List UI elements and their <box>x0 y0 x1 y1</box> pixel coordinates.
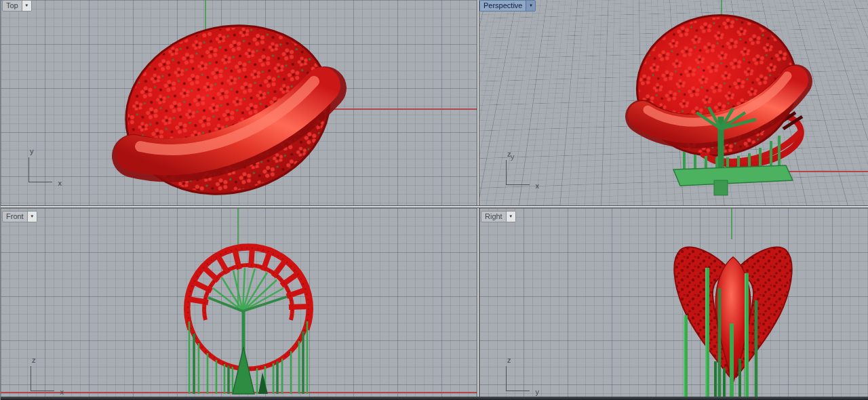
viewport-top[interactable]: y x Top ▼ <box>1 0 477 205</box>
top-view-canvas[interactable] <box>1 0 477 205</box>
viewport-menu-dropdown-icon[interactable]: ▼ <box>506 212 515 222</box>
viewport-menu-dropdown-icon[interactable]: ▼ <box>22 1 31 11</box>
viewport-title-right[interactable]: Right ▼ <box>481 211 516 222</box>
axis-label-vertical-2: y <box>511 153 515 161</box>
viewport-title-label[interactable]: Right <box>481 212 506 222</box>
viewport-right[interactable]: z y Right ▼ <box>479 208 868 400</box>
perspective-view-canvas[interactable] <box>479 0 868 205</box>
viewport-title-perspective[interactable]: Perspective ▼ <box>479 0 536 12</box>
viewport-menu-dropdown-icon[interactable]: ▼ <box>27 212 37 222</box>
axis-label-vertical: z <box>507 356 511 364</box>
viewport-title-top[interactable]: Top ▼ <box>2 0 32 12</box>
front-view-canvas[interactable] <box>1 208 477 400</box>
axis-gizmo: z y x <box>506 160 530 185</box>
axis-label-horizontal: x <box>58 179 62 187</box>
viewport-front[interactable]: z x Front ▼ <box>1 208 477 400</box>
axis-label-vertical: z <box>32 356 36 364</box>
viewport-splitter-horizontal[interactable] <box>1 205 868 208</box>
axis-label-horizontal: x <box>536 182 540 190</box>
axis-gizmo: z x <box>31 366 54 391</box>
viewport-menu-dropdown-icon[interactable]: ▼ <box>526 1 535 11</box>
axis-label-horizontal: x <box>60 388 64 396</box>
axis-label-horizontal: y <box>536 388 540 396</box>
viewport-title-label[interactable]: Top <box>3 1 22 11</box>
viewport-splitter-vertical[interactable] <box>477 0 479 400</box>
viewport-title-label[interactable]: Perspective <box>480 1 526 11</box>
window-bottom-edge <box>1 397 868 400</box>
axis-gizmo: y x <box>28 157 52 182</box>
viewport-perspective[interactable]: z y x Perspective ▼ <box>479 0 868 205</box>
viewport-title-front[interactable]: Front ▼ <box>2 211 37 222</box>
axis-label-vertical: y <box>30 147 34 155</box>
viewport-title-label[interactable]: Front <box>3 212 27 222</box>
ring-model-top-view[interactable] <box>107 3 349 205</box>
cad-four-viewport-workspace: y x Top ▼ <box>0 0 868 400</box>
right-view-canvas[interactable] <box>479 208 868 400</box>
axis-gizmo: z y <box>506 366 530 391</box>
